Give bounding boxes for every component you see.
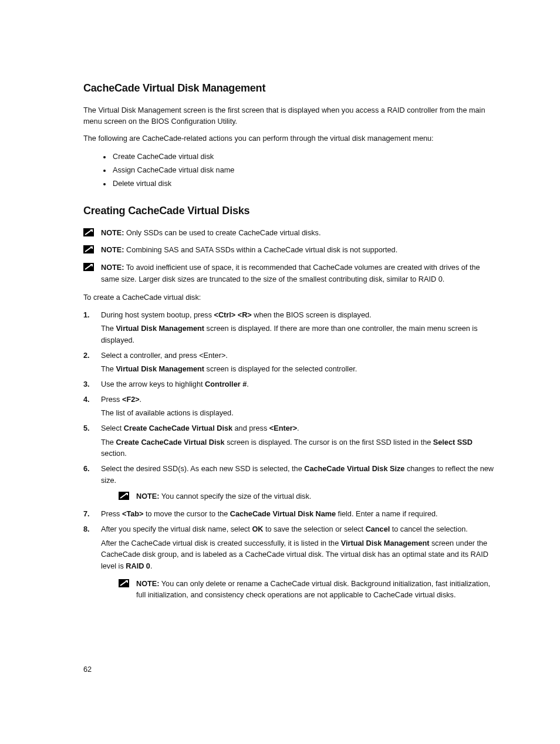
step-item: Press <F2>. The list of available action… — [101, 394, 497, 420]
note-text: You can only delete or rename a CacheCad… — [136, 580, 490, 600]
note-icon — [119, 579, 129, 587]
note-label: NOTE: — [101, 229, 124, 237]
note-callout: NOTE: You can only delete or rename a Ca… — [119, 579, 497, 601]
step-item: During host system bootup, press <Ctrl> … — [101, 310, 497, 347]
note-icon — [119, 492, 129, 500]
step-item: Select the desired SSD(s). As each new S… — [101, 464, 497, 503]
note-icon — [83, 245, 94, 253]
note-icon — [83, 263, 94, 271]
note-label: NOTE: — [136, 580, 159, 588]
paragraph: To create a CacheCade virtual disk: — [83, 292, 497, 303]
note-text: To avoid inefficient use of space, it is… — [101, 263, 480, 283]
heading-creating-cachecade-vd: Creating CacheCade Virtual Disks — [83, 205, 497, 217]
heading-cachecade-vd-management: CacheCade Virtual Disk Management — [83, 82, 497, 94]
step-item: Select Create CacheCade Virtual Disk and… — [101, 423, 497, 460]
note-text: You cannot specify the size of the virtu… — [161, 492, 312, 500]
page-number: 62 — [83, 665, 92, 674]
note-callout: NOTE: Combining SAS and SATA SSDs within… — [83, 245, 497, 256]
note-label: NOTE: — [101, 246, 124, 254]
step-item: Use the arrow keys to highlight Controll… — [101, 379, 497, 391]
list-item: Assign CacheCade virtual disk name — [112, 164, 497, 177]
step-item: Press <Tab> to move the cursor to the Ca… — [101, 509, 497, 520]
note-icon — [83, 228, 94, 236]
note-callout: NOTE: You cannot specify the size of the… — [119, 491, 497, 503]
list-item: Delete virtual disk — [112, 177, 497, 191]
note-callout: NOTE: To avoid inefficient use of space,… — [83, 262, 497, 285]
steps-list: During host system bootup, press <Ctrl> … — [83, 310, 497, 601]
document-page: CacheCade Virtual Disk Management The Vi… — [0, 0, 560, 744]
step-item: After you specify the virtual disk name,… — [101, 524, 497, 601]
note-label: NOTE: — [101, 263, 124, 272]
note-callout: NOTE: Only SSDs can be used to create Ca… — [83, 228, 497, 239]
paragraph: The Virtual Disk Management screen is th… — [83, 105, 497, 127]
list-item: Create CacheCade virtual disk — [112, 150, 497, 164]
paragraph: The following are CacheCade-related acti… — [83, 133, 497, 144]
note-label: NOTE: — [136, 492, 159, 500]
step-item: Select a controller, and press <Enter>. … — [101, 350, 497, 376]
note-text: Only SSDs can be used to create CacheCad… — [126, 229, 321, 237]
note-text: Combining SAS and SATA SSDs within a Cac… — [126, 246, 397, 254]
action-bullet-list: Create CacheCade virtual disk Assign Cac… — [83, 150, 497, 191]
